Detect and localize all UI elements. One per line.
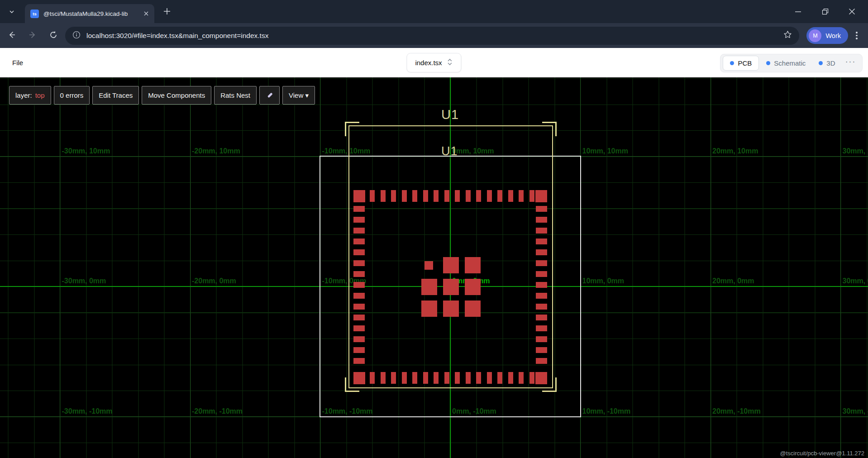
pcb-pad[interactable] (370, 372, 375, 384)
pcb-pad[interactable] (353, 358, 365, 364)
pcb-pad[interactable] (476, 372, 481, 384)
tab-schematic[interactable]: Schematic (760, 56, 811, 71)
pcb-pad[interactable] (381, 372, 386, 384)
pcb-pad[interactable] (536, 358, 547, 364)
pcb-pad[interactable] (466, 190, 471, 202)
pcb-pad[interactable] (536, 325, 547, 331)
pcb-pad[interactable] (423, 372, 428, 384)
pcb-pad[interactable] (434, 372, 439, 384)
pcb-pad[interactable] (353, 325, 365, 331)
pcb-pad[interactable] (443, 279, 459, 295)
edit-pencil-button[interactable] (259, 86, 280, 105)
minimize-icon[interactable] (795, 8, 801, 15)
more-views-icon[interactable]: ··· (843, 57, 860, 70)
file-menu[interactable]: File (12, 59, 23, 67)
pcb-pad[interactable] (536, 336, 547, 342)
new-tab-icon[interactable] (162, 6, 172, 16)
pcb-pad[interactable] (465, 301, 481, 317)
browser-menu-icon[interactable] (851, 32, 863, 39)
pcb-pad[interactable] (381, 190, 386, 202)
pcb-pad[interactable] (402, 190, 407, 202)
tab-3d[interactable]: 3D (813, 56, 841, 71)
edit-traces-button[interactable]: Edit Traces (92, 86, 139, 105)
pcb-pad[interactable] (443, 301, 459, 317)
pcb-pad[interactable] (353, 239, 365, 244)
pcb-pad[interactable] (353, 315, 365, 320)
pcb-pad[interactable] (421, 301, 437, 317)
pcb-pad[interactable] (353, 372, 365, 384)
tab-pcb[interactable]: PCB (723, 56, 759, 71)
pcb-pad[interactable] (535, 190, 547, 202)
pcb-pad[interactable] (423, 190, 428, 202)
pcb-pad[interactable] (353, 190, 365, 202)
pcb-pad[interactable] (536, 228, 547, 234)
pcb-pad[interactable] (529, 190, 534, 202)
pcb-pad[interactable] (412, 190, 417, 202)
pcb-pad[interactable] (497, 372, 502, 384)
pcb-pad[interactable] (434, 190, 439, 202)
pcb-pad[interactable] (536, 249, 547, 255)
pcb-pad[interactable] (466, 372, 471, 384)
pcb-pad[interactable] (391, 372, 396, 384)
pcb-pad[interactable] (455, 372, 460, 384)
pcb-pad[interactable] (536, 206, 547, 212)
pcb-pad[interactable] (455, 190, 460, 202)
pcb-pad[interactable] (353, 271, 365, 277)
pcb-pad[interactable] (476, 190, 481, 202)
browser-tab[interactable]: ts @tsci/MustafaMulla29.kicad-lib (25, 4, 154, 23)
pcb-pad[interactable] (465, 279, 481, 295)
pcb-pad[interactable] (402, 372, 407, 384)
pcb-pad[interactable] (424, 261, 433, 270)
pcb-pad[interactable] (444, 190, 449, 202)
restore-icon[interactable] (822, 8, 829, 15)
errors-button[interactable]: 0 errors (54, 86, 90, 105)
pcb-pad[interactable] (508, 372, 513, 384)
url-text[interactable]: localhost:3020/#file=index.tsx&main_comp… (86, 32, 777, 40)
pcb-pad[interactable] (519, 190, 524, 202)
tab-close-icon[interactable] (143, 11, 149, 16)
pcb-pad[interactable] (536, 271, 547, 277)
pcb-pad[interactable] (536, 282, 547, 288)
pcb-pad[interactable] (497, 190, 502, 202)
pcb-pad[interactable] (536, 239, 547, 244)
pcb-pad[interactable] (487, 372, 492, 384)
site-info-icon[interactable] (72, 31, 81, 41)
pcb-pad[interactable] (353, 217, 365, 223)
pcb-pad[interactable] (353, 304, 365, 310)
view-menu-button[interactable]: View ▾ (282, 86, 315, 105)
pcb-pad[interactable] (465, 257, 481, 273)
pcb-pad[interactable] (353, 336, 365, 342)
rats-nest-button[interactable]: Rats Nest (214, 86, 257, 105)
forward-icon[interactable] (28, 30, 37, 41)
pcb-pad[interactable] (487, 190, 492, 202)
pcb-pad[interactable] (353, 293, 365, 299)
pcb-pad[interactable] (391, 190, 396, 202)
pcb-pad[interactable] (536, 347, 547, 353)
reload-icon[interactable] (49, 30, 58, 41)
pcb-pad[interactable] (444, 372, 449, 384)
pcb-pad[interactable] (443, 257, 459, 273)
pcb-pad[interactable] (353, 347, 365, 353)
pcb-pad[interactable] (536, 293, 547, 299)
pcb-pad[interactable] (536, 260, 547, 266)
file-selector[interactable]: index.tsx (406, 53, 461, 72)
move-components-button[interactable]: Move Components (142, 86, 211, 105)
pcb-pad[interactable] (353, 260, 365, 266)
pcb-pad[interactable] (519, 372, 524, 384)
pcb-pad[interactable] (421, 279, 437, 295)
back-icon[interactable] (7, 30, 16, 41)
pcb-pad[interactable] (529, 372, 534, 384)
pcb-pad[interactable] (536, 315, 547, 320)
pcb-pad[interactable] (353, 282, 365, 288)
pcb-pad[interactable] (536, 217, 547, 223)
pcb-pad[interactable] (353, 206, 365, 212)
pcb-canvas[interactable]: -30mm, 10mm-20mm, 10mm-10mm, 10mm0mm, 10… (0, 77, 868, 458)
pcb-pad[interactable] (353, 228, 365, 234)
pcb-pad[interactable] (412, 372, 417, 384)
pcb-pad[interactable] (370, 190, 375, 202)
pcb-pad[interactable] (353, 249, 365, 255)
pcb-pad[interactable] (508, 190, 513, 202)
close-window-icon[interactable] (849, 8, 855, 15)
browser-profile-button[interactable]: M Work (806, 27, 848, 44)
layer-button[interactable]: layer: top (9, 86, 51, 105)
